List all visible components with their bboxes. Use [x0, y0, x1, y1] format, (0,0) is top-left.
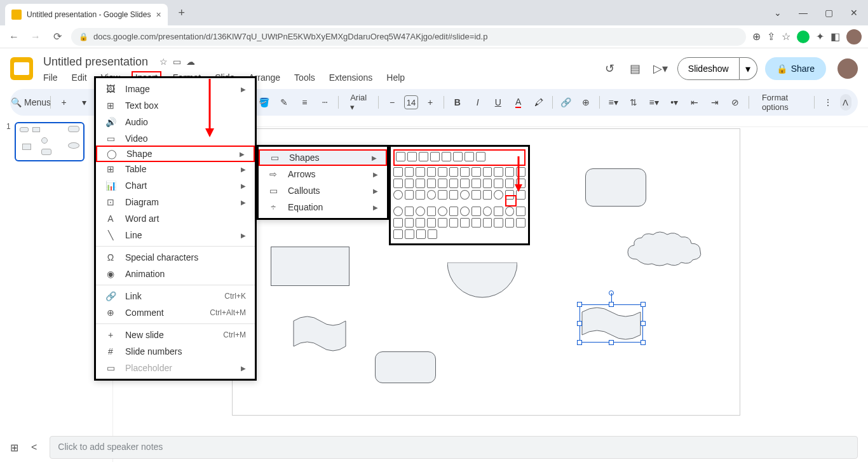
insert-menu-text-box[interactable]: ⊞Text box	[96, 97, 255, 114]
palette-shape[interactable]	[471, 218, 481, 228]
palette-shape[interactable]	[483, 167, 492, 177]
palette-shape[interactable]	[449, 207, 459, 216]
shape-submenu-equation[interactable]: ÷Equation▶	[259, 199, 387, 215]
palette-shape[interactable]	[407, 152, 417, 161]
slides-logo-icon[interactable]	[10, 57, 33, 80]
zoom-icon[interactable]: ⊕	[752, 31, 761, 43]
palette-shape[interactable]	[427, 179, 437, 188]
palette-shape[interactable]	[460, 190, 470, 200]
palette-shape[interactable]	[438, 207, 447, 216]
palette-shape[interactable]	[494, 179, 503, 188]
shape-rounded-rect-2[interactable]	[375, 351, 436, 383]
close-tab-icon[interactable]: ×	[156, 10, 161, 20]
close-window-icon[interactable]: ✕	[845, 8, 863, 18]
format-options-button[interactable]: Format options	[754, 93, 809, 112]
palette-shape[interactable]	[465, 152, 474, 161]
shape-submenu-callouts[interactable]: ▭Callouts▶	[259, 182, 387, 199]
shape-rounded-rect[interactable]	[585, 168, 646, 207]
present-icon[interactable]: ▷▾	[652, 60, 670, 78]
insert-menu-comment[interactable]: ⊕CommentCtrl+Alt+M	[96, 304, 255, 321]
palette-shape[interactable]	[416, 190, 425, 200]
search-menus-button[interactable]: 🔍 Menus	[17, 94, 45, 111]
palette-shape[interactable]	[405, 190, 414, 200]
palette-shape[interactable]	[427, 207, 437, 216]
star-icon[interactable]: ☆	[159, 57, 168, 67]
maximize-icon[interactable]: ▢	[820, 8, 837, 18]
shape-rect[interactable]	[271, 247, 349, 286]
chrome-profile-icon[interactable]	[846, 29, 862, 44]
italic-button[interactable]: I	[470, 94, 486, 111]
back-button[interactable]: ←	[6, 29, 22, 44]
palette-shape[interactable]	[405, 218, 414, 228]
palette-shape[interactable]	[505, 218, 515, 228]
insert-menu-special-characters[interactable]: ΩSpecial characters	[96, 249, 255, 266]
font-size-input[interactable]: 14	[404, 95, 418, 109]
slide-thumbnail[interactable]: 1	[6, 122, 95, 161]
shape-submenu-arrows[interactable]: ⇨Arrows▶	[259, 166, 387, 182]
palette-shape[interactable]	[416, 218, 425, 228]
address-bar[interactable]: 🔒 docs.google.com/presentation/d/136KlW7…	[71, 28, 746, 46]
clear-format-button[interactable]: ⊘	[727, 94, 743, 111]
palette-shape[interactable]	[438, 190, 447, 200]
grid-view-icon[interactable]: ⊞	[10, 442, 18, 454]
palette-shape[interactable]	[494, 207, 503, 216]
numbered-list-button[interactable]: ≡▾	[646, 94, 662, 111]
comments-icon[interactable]: ▤	[627, 60, 644, 78]
doc-title[interactable]: Untitled presentation	[41, 54, 151, 70]
collapse-filmstrip-icon[interactable]: <	[31, 442, 37, 453]
border-color-button[interactable]: ✎	[276, 94, 292, 111]
collapse-toolbar-button[interactable]: ᐱ	[840, 94, 852, 111]
insert-menu-word-art[interactable]: AWord art	[96, 210, 255, 227]
palette-shape[interactable]	[516, 218, 526, 228]
extension-icon[interactable]	[797, 31, 810, 43]
palette-shape[interactable]	[405, 179, 414, 188]
palette-shape[interactable]	[471, 167, 481, 177]
palette-shape[interactable]	[476, 152, 485, 161]
move-icon[interactable]: ▭	[173, 57, 181, 67]
palette-shape[interactable]	[494, 218, 503, 228]
palette-shape[interactable]	[449, 218, 459, 228]
palette-shape[interactable]	[430, 152, 440, 161]
new-slide-dropdown[interactable]: ▾	[76, 94, 93, 111]
palette-highlighted-shape[interactable]	[505, 195, 517, 207]
palette-shape[interactable]	[460, 179, 470, 188]
palette-shape[interactable]	[416, 179, 425, 188]
new-slide-button[interactable]: +	[56, 94, 72, 111]
palette-shape[interactable]	[393, 229, 403, 239]
forward-button[interactable]: →	[28, 29, 43, 44]
bulleted-list-button[interactable]: •▾	[666, 94, 682, 111]
slideshow-button[interactable]: Slideshow	[677, 57, 740, 80]
palette-shape[interactable]	[416, 229, 426, 239]
palette-shape[interactable]	[483, 218, 492, 228]
extensions-icon[interactable]: ✦	[816, 31, 824, 43]
reload-button[interactable]: ⟳	[50, 29, 65, 44]
palette-shape[interactable]	[516, 207, 526, 216]
browser-tab[interactable]: Untitled presentation - Google Slides ×	[5, 4, 168, 25]
align-button[interactable]: ≡▾	[605, 94, 621, 111]
share-button[interactable]: 🔒 Share	[765, 57, 826, 80]
decrease-indent-button[interactable]: ⇤	[686, 94, 703, 111]
insert-menu-link[interactable]: 🔗LinkCtrl+K	[96, 288, 255, 304]
insert-menu-placeholder[interactable]: ▭Placeholder▶	[96, 360, 255, 376]
decrease-font-button[interactable]: −	[384, 94, 400, 111]
palette-shape[interactable]	[483, 179, 492, 188]
insert-menu-image[interactable]: 🖼Image▶	[96, 81, 255, 97]
palette-shape[interactable]	[449, 167, 459, 177]
new-tab-button[interactable]: +	[173, 4, 191, 22]
menu-tools[interactable]: Tools	[292, 71, 318, 84]
insert-menu-video[interactable]: ▭Video	[96, 130, 255, 147]
border-weight-button[interactable]: ≡	[296, 94, 313, 111]
palette-shape[interactable]	[428, 229, 437, 239]
palette-shape[interactable]	[449, 190, 459, 200]
shape-wave-1[interactable]	[291, 315, 348, 353]
cloud-status-icon[interactable]: ☁	[186, 57, 195, 67]
insert-menu-slide-numbers[interactable]: #Slide numbers	[96, 343, 255, 360]
palette-shape[interactable]	[427, 167, 437, 177]
increase-indent-button[interactable]: ⇥	[707, 94, 723, 111]
side-panel-icon[interactable]: ◧	[831, 31, 840, 43]
palette-shape[interactable]	[453, 152, 463, 161]
palette-shape[interactable]	[438, 179, 447, 188]
more-button[interactable]: ⋮	[820, 94, 836, 111]
palette-shape[interactable]	[483, 190, 492, 200]
increase-font-button[interactable]: +	[422, 94, 438, 111]
